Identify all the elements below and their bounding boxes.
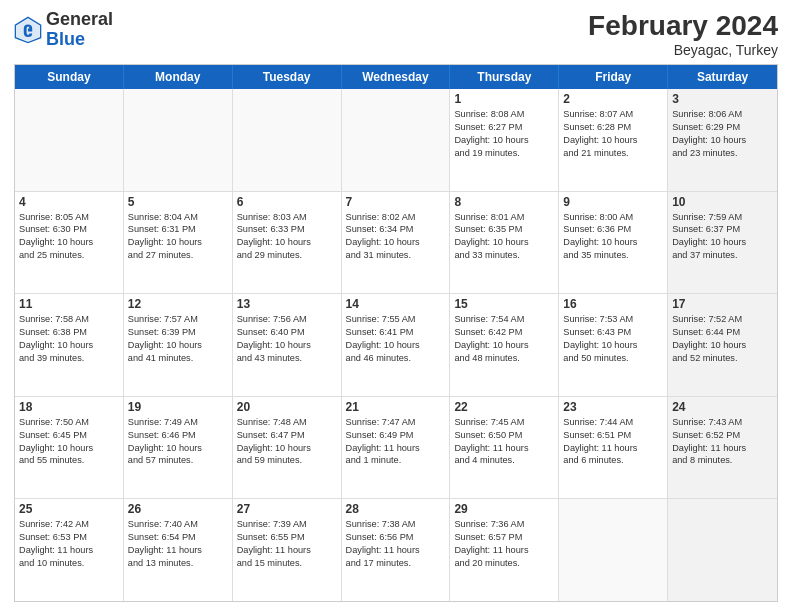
day-number: 21	[346, 400, 446, 414]
calendar-cell	[124, 89, 233, 191]
calendar-header-cell: Sunday	[15, 65, 124, 89]
day-number: 28	[346, 502, 446, 516]
cell-info: Sunrise: 7:39 AMSunset: 6:55 PMDaylight:…	[237, 518, 337, 570]
calendar-cell: 13Sunrise: 7:56 AMSunset: 6:40 PMDayligh…	[233, 294, 342, 396]
calendar-cell: 27Sunrise: 7:39 AMSunset: 6:55 PMDayligh…	[233, 499, 342, 601]
calendar-cell: 6Sunrise: 8:03 AMSunset: 6:33 PMDaylight…	[233, 192, 342, 294]
calendar-cell	[15, 89, 124, 191]
calendar-cell: 11Sunrise: 7:58 AMSunset: 6:38 PMDayligh…	[15, 294, 124, 396]
calendar-row: 1Sunrise: 8:08 AMSunset: 6:27 PMDaylight…	[15, 89, 777, 192]
cell-info: Sunrise: 8:08 AMSunset: 6:27 PMDaylight:…	[454, 108, 554, 160]
cell-info: Sunrise: 7:44 AMSunset: 6:51 PMDaylight:…	[563, 416, 663, 468]
calendar-header-cell: Thursday	[450, 65, 559, 89]
cell-info: Sunrise: 8:06 AMSunset: 6:29 PMDaylight:…	[672, 108, 773, 160]
day-number: 27	[237, 502, 337, 516]
cell-info: Sunrise: 8:03 AMSunset: 6:33 PMDaylight:…	[237, 211, 337, 263]
calendar-cell: 25Sunrise: 7:42 AMSunset: 6:53 PMDayligh…	[15, 499, 124, 601]
calendar-body: 1Sunrise: 8:08 AMSunset: 6:27 PMDaylight…	[15, 89, 777, 601]
day-number: 16	[563, 297, 663, 311]
cell-info: Sunrise: 8:00 AMSunset: 6:36 PMDaylight:…	[563, 211, 663, 263]
day-number: 25	[19, 502, 119, 516]
page: General Blue February 2024 Beyagac, Turk…	[0, 0, 792, 612]
calendar-cell: 18Sunrise: 7:50 AMSunset: 6:45 PMDayligh…	[15, 397, 124, 499]
calendar-cell: 5Sunrise: 8:04 AMSunset: 6:31 PMDaylight…	[124, 192, 233, 294]
day-number: 7	[346, 195, 446, 209]
calendar-header-cell: Tuesday	[233, 65, 342, 89]
calendar-cell: 26Sunrise: 7:40 AMSunset: 6:54 PMDayligh…	[124, 499, 233, 601]
day-number: 23	[563, 400, 663, 414]
day-number: 22	[454, 400, 554, 414]
calendar-row: 18Sunrise: 7:50 AMSunset: 6:45 PMDayligh…	[15, 397, 777, 500]
cell-info: Sunrise: 7:45 AMSunset: 6:50 PMDaylight:…	[454, 416, 554, 468]
title-block: February 2024 Beyagac, Turkey	[588, 10, 778, 58]
logo-icon	[14, 16, 42, 44]
day-number: 3	[672, 92, 773, 106]
day-number: 18	[19, 400, 119, 414]
day-number: 1	[454, 92, 554, 106]
cell-info: Sunrise: 7:42 AMSunset: 6:53 PMDaylight:…	[19, 518, 119, 570]
day-number: 12	[128, 297, 228, 311]
calendar-cell: 23Sunrise: 7:44 AMSunset: 6:51 PMDayligh…	[559, 397, 668, 499]
day-number: 26	[128, 502, 228, 516]
calendar-row: 25Sunrise: 7:42 AMSunset: 6:53 PMDayligh…	[15, 499, 777, 601]
calendar: SundayMondayTuesdayWednesdayThursdayFrid…	[14, 64, 778, 602]
location: Beyagac, Turkey	[588, 42, 778, 58]
calendar-cell	[233, 89, 342, 191]
day-number: 6	[237, 195, 337, 209]
day-number: 8	[454, 195, 554, 209]
cell-info: Sunrise: 7:56 AMSunset: 6:40 PMDaylight:…	[237, 313, 337, 365]
calendar-cell: 22Sunrise: 7:45 AMSunset: 6:50 PMDayligh…	[450, 397, 559, 499]
calendar-cell	[559, 499, 668, 601]
calendar-cell: 4Sunrise: 8:05 AMSunset: 6:30 PMDaylight…	[15, 192, 124, 294]
calendar-header-cell: Wednesday	[342, 65, 451, 89]
cell-info: Sunrise: 8:07 AMSunset: 6:28 PMDaylight:…	[563, 108, 663, 160]
calendar-cell: 24Sunrise: 7:43 AMSunset: 6:52 PMDayligh…	[668, 397, 777, 499]
cell-info: Sunrise: 7:53 AMSunset: 6:43 PMDaylight:…	[563, 313, 663, 365]
calendar-cell: 9Sunrise: 8:00 AMSunset: 6:36 PMDaylight…	[559, 192, 668, 294]
calendar-cell: 28Sunrise: 7:38 AMSunset: 6:56 PMDayligh…	[342, 499, 451, 601]
calendar-cell: 20Sunrise: 7:48 AMSunset: 6:47 PMDayligh…	[233, 397, 342, 499]
cell-info: Sunrise: 7:59 AMSunset: 6:37 PMDaylight:…	[672, 211, 773, 263]
month-year: February 2024	[588, 10, 778, 42]
calendar-cell: 2Sunrise: 8:07 AMSunset: 6:28 PMDaylight…	[559, 89, 668, 191]
cell-info: Sunrise: 7:47 AMSunset: 6:49 PMDaylight:…	[346, 416, 446, 468]
logo-text: General Blue	[46, 10, 113, 50]
calendar-cell: 14Sunrise: 7:55 AMSunset: 6:41 PMDayligh…	[342, 294, 451, 396]
cell-info: Sunrise: 7:55 AMSunset: 6:41 PMDaylight:…	[346, 313, 446, 365]
calendar-cell: 17Sunrise: 7:52 AMSunset: 6:44 PMDayligh…	[668, 294, 777, 396]
calendar-cell: 12Sunrise: 7:57 AMSunset: 6:39 PMDayligh…	[124, 294, 233, 396]
day-number: 11	[19, 297, 119, 311]
logo-general: General	[46, 10, 113, 30]
day-number: 14	[346, 297, 446, 311]
calendar-cell: 21Sunrise: 7:47 AMSunset: 6:49 PMDayligh…	[342, 397, 451, 499]
calendar-cell: 8Sunrise: 8:01 AMSunset: 6:35 PMDaylight…	[450, 192, 559, 294]
logo: General Blue	[14, 10, 113, 50]
calendar-cell: 10Sunrise: 7:59 AMSunset: 6:37 PMDayligh…	[668, 192, 777, 294]
cell-info: Sunrise: 7:40 AMSunset: 6:54 PMDaylight:…	[128, 518, 228, 570]
header: General Blue February 2024 Beyagac, Turk…	[14, 10, 778, 58]
day-number: 19	[128, 400, 228, 414]
cell-info: Sunrise: 8:01 AMSunset: 6:35 PMDaylight:…	[454, 211, 554, 263]
cell-info: Sunrise: 7:48 AMSunset: 6:47 PMDaylight:…	[237, 416, 337, 468]
calendar-cell: 15Sunrise: 7:54 AMSunset: 6:42 PMDayligh…	[450, 294, 559, 396]
day-number: 17	[672, 297, 773, 311]
cell-info: Sunrise: 8:02 AMSunset: 6:34 PMDaylight:…	[346, 211, 446, 263]
cell-info: Sunrise: 8:05 AMSunset: 6:30 PMDaylight:…	[19, 211, 119, 263]
calendar-cell: 3Sunrise: 8:06 AMSunset: 6:29 PMDaylight…	[668, 89, 777, 191]
calendar-cell: 16Sunrise: 7:53 AMSunset: 6:43 PMDayligh…	[559, 294, 668, 396]
calendar-cell: 1Sunrise: 8:08 AMSunset: 6:27 PMDaylight…	[450, 89, 559, 191]
cell-info: Sunrise: 7:57 AMSunset: 6:39 PMDaylight:…	[128, 313, 228, 365]
calendar-header: SundayMondayTuesdayWednesdayThursdayFrid…	[15, 65, 777, 89]
calendar-cell: 19Sunrise: 7:49 AMSunset: 6:46 PMDayligh…	[124, 397, 233, 499]
day-number: 15	[454, 297, 554, 311]
calendar-cell: 29Sunrise: 7:36 AMSunset: 6:57 PMDayligh…	[450, 499, 559, 601]
calendar-header-cell: Monday	[124, 65, 233, 89]
cell-info: Sunrise: 8:04 AMSunset: 6:31 PMDaylight:…	[128, 211, 228, 263]
cell-info: Sunrise: 7:54 AMSunset: 6:42 PMDaylight:…	[454, 313, 554, 365]
day-number: 20	[237, 400, 337, 414]
calendar-row: 4Sunrise: 8:05 AMSunset: 6:30 PMDaylight…	[15, 192, 777, 295]
day-number: 9	[563, 195, 663, 209]
cell-info: Sunrise: 7:58 AMSunset: 6:38 PMDaylight:…	[19, 313, 119, 365]
day-number: 24	[672, 400, 773, 414]
logo-blue: Blue	[46, 30, 113, 50]
